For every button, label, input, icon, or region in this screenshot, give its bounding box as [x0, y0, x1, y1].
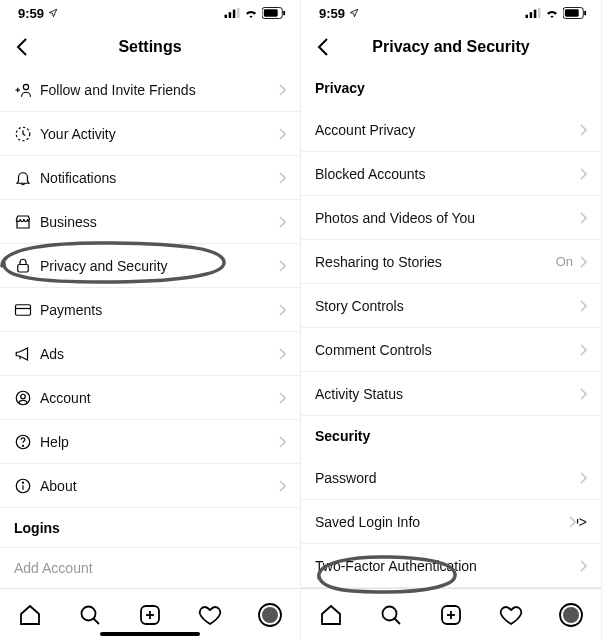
screen-settings: 9:59 Settings Follow and Invite Friends: [0, 0, 301, 640]
row-label: Notifications: [40, 170, 278, 186]
chevron-right-icon: [579, 560, 587, 572]
tab-home[interactable]: [318, 602, 344, 628]
tab-home[interactable]: [17, 602, 43, 628]
logins-header: Logins: [0, 508, 300, 548]
svg-rect-1: [229, 12, 232, 18]
row-label: Payments: [40, 302, 278, 318]
svg-rect-30: [534, 10, 537, 18]
row-label: Privacy and Security: [40, 258, 278, 274]
row-privacy-security[interactable]: Privacy and Security: [0, 244, 300, 288]
card-icon: [14, 301, 40, 319]
row-two-factor[interactable]: Two-Factor Authentication: [301, 544, 601, 588]
row-story-controls[interactable]: Story Controls: [301, 284, 601, 328]
tab-new-post[interactable]: [137, 602, 163, 628]
svg-point-35: [383, 606, 397, 620]
store-icon: [14, 213, 40, 231]
status-time: 9:59: [319, 6, 345, 21]
row-label: Photos and Videos of You: [315, 210, 579, 226]
chevron-right-icon: [579, 472, 587, 484]
svg-rect-28: [526, 15, 529, 18]
back-button[interactable]: [10, 35, 34, 59]
chevron-right-icon: [278, 128, 286, 140]
svg-point-41: [563, 607, 579, 623]
row-blocked-accounts[interactable]: Blocked Accounts: [301, 152, 601, 196]
row-notifications[interactable]: Notifications: [0, 156, 300, 200]
svg-rect-2: [233, 10, 236, 18]
page-title: Privacy and Security: [372, 38, 529, 56]
user-circle-icon: [14, 389, 40, 407]
svg-rect-11: [18, 264, 29, 272]
row-label: Follow and Invite Friends: [40, 82, 278, 98]
row-help[interactable]: Help: [0, 420, 300, 464]
tab-profile[interactable]: [558, 602, 584, 628]
tab-bar: [301, 588, 601, 640]
row-label: Saved Login Info: [315, 514, 568, 530]
row-label: Ads: [40, 346, 278, 362]
row-account-privacy[interactable]: Account Privacy: [301, 108, 601, 152]
status-bar: 9:59: [0, 0, 300, 26]
chevron-right-icon: [278, 260, 286, 272]
chevron-right-icon: [568, 516, 576, 528]
row-value: On: [556, 254, 573, 269]
row-label: Help: [40, 434, 278, 450]
bell-icon: [14, 169, 40, 187]
row-about[interactable]: About: [0, 464, 300, 508]
tab-search[interactable]: [378, 602, 404, 628]
row-label: Business: [40, 214, 278, 230]
row-account[interactable]: Account: [0, 376, 300, 420]
chevron-right-icon: [278, 392, 286, 404]
header: Settings: [0, 26, 300, 68]
row-payments[interactable]: Payments: [0, 288, 300, 332]
chevron-right-icon: [579, 168, 587, 180]
screen-privacy-security: 9:59 Privacy and Security Privacy Accoun…: [301, 0, 602, 640]
tab-profile[interactable]: [257, 602, 283, 628]
signal-icon: [224, 8, 240, 18]
svg-rect-33: [565, 9, 579, 16]
svg-point-27: [262, 607, 278, 623]
row-follow-invite[interactable]: Follow and Invite Friends: [0, 68, 300, 112]
row-resharing-stories[interactable]: Resharing to Stories On: [301, 240, 601, 284]
tab-activity[interactable]: [197, 602, 223, 628]
security-section-header: Security: [301, 416, 601, 456]
row-your-activity[interactable]: Your Activity: [0, 112, 300, 156]
svg-point-15: [21, 394, 26, 399]
back-button[interactable]: [311, 35, 335, 59]
tab-search[interactable]: [77, 602, 103, 628]
lock-icon: [14, 257, 40, 275]
row-label: Story Controls: [315, 298, 579, 314]
megaphone-icon: [14, 345, 40, 363]
row-label: Password: [315, 470, 579, 486]
row-business[interactable]: Business: [0, 200, 300, 244]
row-label: Activity Status: [315, 386, 579, 402]
svg-point-17: [22, 445, 23, 446]
tab-new-post[interactable]: [438, 602, 464, 628]
add-account-button[interactable]: Add Account: [0, 548, 300, 588]
row-activity-status[interactable]: Activity Status: [301, 372, 601, 416]
chevron-right-icon: [579, 344, 587, 356]
signal-icon: [525, 8, 541, 18]
svg-rect-31: [538, 8, 541, 18]
row-label: Blocked Accounts: [315, 166, 579, 182]
tab-activity[interactable]: [498, 602, 524, 628]
row-password[interactable]: Password: [301, 456, 601, 500]
row-saved-login[interactable]: Saved Login Info י>: [301, 500, 601, 544]
svg-point-20: [22, 482, 23, 483]
battery-icon: [262, 7, 286, 19]
page-title: Settings: [118, 38, 181, 56]
home-indicator: [100, 632, 200, 636]
svg-line-22: [94, 618, 100, 624]
row-photos-videos[interactable]: Photos and Videos of You: [301, 196, 601, 240]
chevron-right-icon: [278, 84, 286, 96]
row-comment-controls[interactable]: Comment Controls: [301, 328, 601, 372]
svg-rect-0: [225, 15, 228, 18]
svg-point-9: [23, 84, 28, 89]
svg-rect-3: [237, 8, 240, 18]
location-icon: [48, 8, 58, 18]
chevron-right-icon: [579, 124, 587, 136]
add-user-icon: [14, 81, 40, 99]
chevron-right-icon: [579, 388, 587, 400]
privacy-list: Privacy Account Privacy Blocked Accounts…: [301, 68, 601, 588]
chevron-right-icon: [278, 436, 286, 448]
row-ads[interactable]: Ads: [0, 332, 300, 376]
svg-rect-12: [16, 304, 31, 315]
